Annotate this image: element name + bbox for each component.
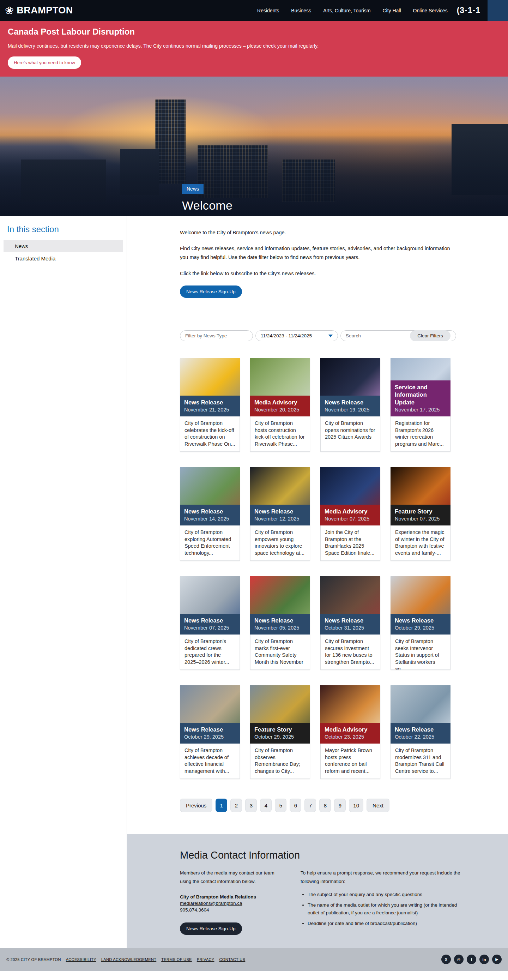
- card-summary: City of Brampton secures investment for …: [320, 635, 380, 670]
- sidebar-title: In this section: [7, 224, 127, 234]
- card-date: October 29, 2025: [254, 734, 306, 740]
- card-image: Media Advisory November 20, 2025: [250, 358, 310, 417]
- brampton-logo[interactable]: ❀ BRAMPTON: [5, 5, 73, 16]
- news-badge: News: [182, 184, 203, 194]
- alert-cta-button[interactable]: Here’s what you need to know: [8, 56, 81, 69]
- card-summary: Experience the magic of winter in the Ci…: [391, 525, 451, 561]
- card-summary: City of Brampton achieves decade of effe…: [180, 743, 240, 779]
- sidebar-item-link[interactable]: Translated Media: [3, 252, 123, 265]
- date-range-picker[interactable]: 11/24/2023 - 11/24/2025: [256, 330, 338, 341]
- news-card[interactable]: News Release November 14, 2025 City of B…: [180, 467, 240, 561]
- page-button[interactable]: 8: [319, 799, 331, 812]
- news-card[interactable]: News Release October 31, 2025 City of Br…: [320, 576, 380, 670]
- facebook-icon[interactable]: f: [467, 955, 476, 964]
- site-footer: © 2025 CITY OF BRAMPTON ACCESSIBILITYLAN…: [0, 948, 508, 971]
- hero-caption: News Welcome: [182, 184, 232, 212]
- card-summary: City of Brampton marks first-ever Commun…: [250, 635, 310, 670]
- card-image: News Release October 22, 2025: [391, 685, 451, 743]
- card-summary: City of Brampton's dedicated crews prepa…: [180, 635, 240, 670]
- contact-signup-button[interactable]: News Release Sign-Up: [180, 923, 242, 935]
- page-title: Welcome: [182, 199, 232, 212]
- card-label-band: News Release November 07, 2025: [180, 614, 240, 635]
- hero-shade: [0, 76, 508, 216]
- card-image: Feature Story October 29, 2025: [250, 685, 310, 743]
- news-release-signup-button[interactable]: News Release Sign-Up: [180, 285, 242, 298]
- contact-right-column: To help ensure a prompt response, we rec…: [300, 869, 462, 934]
- x-icon[interactable]: X: [441, 955, 451, 964]
- card-image: News Release November 12, 2025: [250, 467, 310, 525]
- nav-item[interactable]: City Hall: [383, 8, 401, 13]
- contact-email-link[interactable]: mediarelations@brampton.ca: [180, 900, 242, 906]
- page-button[interactable]: 4: [260, 799, 271, 812]
- page-button[interactable]: 3: [245, 799, 257, 812]
- card-date: October 29, 2025: [184, 734, 236, 740]
- card-date: November 12, 2025: [254, 516, 306, 522]
- page-button[interactable]: 1: [216, 799, 227, 812]
- news-card[interactable]: News Release November 05, 2025 City of B…: [250, 576, 310, 670]
- nav-item[interactable]: Residents: [257, 8, 279, 13]
- news-card[interactable]: News Release November 12, 2025 City of B…: [250, 467, 310, 561]
- sidebar-list: News Translated Media: [0, 240, 127, 265]
- filter-bar: 11/24/2023 - 11/24/2025 Clear Filters: [180, 330, 451, 341]
- page-button[interactable]: 9: [334, 799, 346, 812]
- news-card[interactable]: Media Advisory October 23, 2025 Mayor Pa…: [320, 685, 380, 779]
- contact-guidance: To help ensure a prompt response, we rec…: [300, 869, 462, 885]
- contact-title: Media Contact Information: [180, 850, 462, 861]
- card-label-band: News Release October 22, 2025: [391, 723, 451, 743]
- card-type: News Release: [325, 617, 376, 624]
- news-card[interactable]: News Release November 19, 2025 City of B…: [320, 358, 380, 452]
- contact-bullet: Deadline (or date and time of broadcast/…: [308, 920, 462, 928]
- news-card[interactable]: Media Advisory November 07, 2025 Join th…: [320, 467, 380, 561]
- page-button[interactable]: 2: [230, 799, 242, 812]
- card-image: News Release October 29, 2025: [391, 576, 451, 635]
- logo-311[interactable]: (3-1-1: [457, 6, 487, 15]
- instagram-icon[interactable]: ◎: [454, 955, 464, 964]
- card-date: November 05, 2025: [254, 625, 306, 631]
- nav-item[interactable]: Business: [291, 8, 311, 13]
- page-button[interactable]: 5: [275, 799, 286, 812]
- page-button[interactable]: 7: [305, 799, 316, 812]
- news-card[interactable]: News Release October 29, 2025 City of Br…: [391, 576, 451, 670]
- clear-filters-button[interactable]: Clear Filters: [410, 330, 451, 341]
- card-label-band: Media Advisory October 23, 2025: [320, 723, 380, 743]
- page-button[interactable]: 10: [349, 799, 364, 812]
- news-card[interactable]: Feature Story November 07, 2025 Experien…: [391, 467, 451, 561]
- card-summary: Registration for Brampton's 2026 winter …: [391, 417, 451, 452]
- news-card[interactable]: News Release November 21, 2025 City of B…: [180, 358, 240, 452]
- footer-link[interactable]: CONTACT US: [219, 958, 246, 962]
- page-body: In this section News Translated Media We…: [0, 216, 508, 948]
- footer-link[interactable]: ACCESSIBILITY: [66, 958, 96, 962]
- youtube-icon[interactable]: ▶: [492, 955, 502, 964]
- card-type: Feature Story: [254, 726, 306, 733]
- card-image: News Release November 14, 2025: [180, 467, 240, 525]
- news-type-filter-input[interactable]: [180, 330, 253, 341]
- contact-bullet: The subject of your enquiry and any spec…: [308, 891, 462, 899]
- contact-phone: 905.874.3604: [180, 907, 284, 913]
- news-card[interactable]: Media Advisory November 20, 2025 City of…: [250, 358, 310, 452]
- page-button[interactable]: 6: [290, 799, 301, 812]
- nav-item[interactable]: Arts, Culture, Tourism: [323, 8, 370, 13]
- media-contact-section: Media Contact Information Members of the…: [127, 834, 508, 948]
- news-card[interactable]: News Release October 29, 2025 City of Br…: [180, 685, 240, 779]
- card-date: November 19, 2025: [325, 407, 376, 412]
- next-page-button[interactable]: Next: [367, 799, 389, 812]
- footer-link[interactable]: PRIVACY: [197, 958, 214, 962]
- card-image: News Release November 07, 2025: [180, 576, 240, 635]
- card-type: Service and Information Update: [395, 383, 446, 406]
- nav-item[interactable]: Online Services: [413, 8, 448, 13]
- card-summary: City of Brampton empowers young innovato…: [250, 525, 310, 561]
- contact-org: City of Brampton Media Relations: [180, 894, 284, 900]
- card-date: October 23, 2025: [325, 734, 376, 740]
- footer-link[interactable]: LAND ACKNOWLEDGEMENT: [101, 958, 156, 962]
- card-date: October 31, 2025: [325, 625, 376, 631]
- card-label-band: News Release November 14, 2025: [180, 504, 240, 525]
- news-card[interactable]: Service and Information Update November …: [391, 358, 451, 452]
- news-card[interactable]: Feature Story October 29, 2025 City of B…: [250, 685, 310, 779]
- linkedin-icon[interactable]: in: [479, 955, 489, 964]
- news-card[interactable]: News Release October 22, 2025 City of Br…: [391, 685, 451, 779]
- previous-page-button[interactable]: Previous: [180, 799, 213, 812]
- news-card[interactable]: News Release November 07, 2025 City of B…: [180, 576, 240, 670]
- footer-link[interactable]: TERMS OF USE: [161, 958, 192, 962]
- sidebar-item-link[interactable]: News: [3, 240, 123, 252]
- card-label-band: Feature Story November 07, 2025: [391, 504, 451, 525]
